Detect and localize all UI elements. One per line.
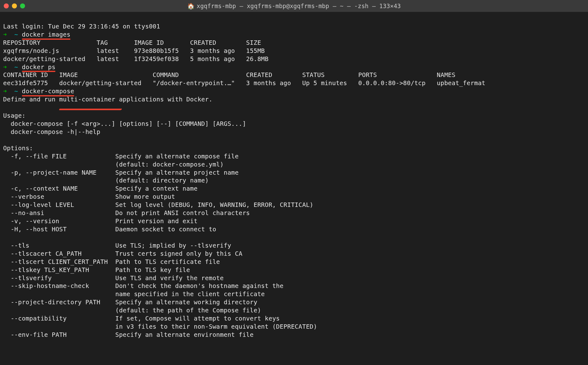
prompt-arrow: ➜ [3, 31, 7, 38]
option-line: --log-level LEVEL Set log level (DEBUG, … [3, 201, 313, 208]
option-line: -p, --project-name NAME Specify an alter… [3, 169, 239, 176]
window-controls [4, 3, 25, 8]
option-line: name specified in the client certificate [3, 290, 265, 298]
option-line: --tlscacert CA_PATH Trust certs signed o… [3, 250, 242, 257]
option-line: -f, --file FILE Specify an alternate com… [3, 153, 239, 160]
last-login-line: Last login: Tue Dec 29 23:16:45 on ttys0… [3, 23, 160, 30]
command-docker-images: docker images [22, 31, 70, 39]
usage-line: docker-compose -h|--help [3, 128, 100, 136]
compose-description: Define and run multi-container applicati… [3, 96, 213, 103]
option-line: --tls Use TLS; implied by --tlsverify [3, 242, 231, 249]
option-line: (default: docker-compose.yml) [3, 161, 224, 168]
option-line: --env-file PATH Specify an alternate env… [3, 331, 254, 338]
option-line: --tlskey TLS_KEY_PATH Path to TLS key fi… [3, 266, 190, 274]
command-docker-ps: docker ps [22, 63, 55, 71]
option-line: --compatibility If set, Compose will att… [3, 315, 280, 322]
prompt-arrow: ➜ [3, 64, 7, 71]
option-line: -H, --host HOST Daemon socket to connect… [3, 226, 216, 233]
option-line: (default: the path of the Compose file) [3, 307, 261, 314]
prompt-tilde: ~ [14, 64, 18, 71]
option-line: in v3 files to their non-Swarm equivalen… [3, 323, 317, 330]
images-row: xgqfrms/node.js latest 973e880b15f5 3 mo… [3, 47, 265, 54]
close-icon[interactable] [4, 3, 9, 8]
terminal-output[interactable]: Last login: Tue Dec 29 23:16:45 on ttys0… [0, 12, 588, 342]
usage-label: Usage: [3, 112, 26, 119]
home-icon: 🏠 [187, 3, 195, 10]
ps-row: eec31dfe5775 docker/getting-started "/do… [3, 80, 485, 87]
terminal-title-bar: 🏠 xgqfrms-mbp — xgqfrms-mbp@xgqfrms-mbp … [0, 0, 588, 12]
option-line: -v, --version Print version and exit [3, 218, 198, 225]
minimize-icon[interactable] [12, 3, 17, 8]
maximize-icon[interactable] [20, 3, 25, 8]
option-line: --verbose Show more output [3, 193, 175, 200]
ps-header: CONTAINER ID IMAGE COMMAND CREATED STATU… [3, 71, 456, 79]
option-line: (default: directory name) [3, 177, 209, 184]
prompt-tilde: ~ [14, 31, 18, 38]
option-line: --tlsverify Use TLS and verify the remot… [3, 275, 224, 282]
usage-line: docker-compose [-f <arg>...] [options] [… [3, 120, 246, 127]
images-row: docker/getting-started latest 1f32459ef0… [3, 55, 269, 63]
option-line: --no-ansi Do not print ANSI control char… [3, 209, 250, 217]
prompt-arrow: ➜ [3, 88, 7, 95]
options-label: Options: [3, 145, 33, 152]
prompt-tilde: ~ [14, 88, 18, 95]
images-header: REPOSITORY TAG IMAGE ID CREATED SIZE [3, 39, 261, 46]
command-docker-compose: docker-compose [22, 87, 74, 95]
window-title-text: xgqfrms-mbp — xgqfrms-mbp@xgqfrms-mbp — … [197, 3, 401, 9]
option-line: --project-directory PATH Specify an alte… [3, 299, 257, 306]
window-title: 🏠 xgqfrms-mbp — xgqfrms-mbp@xgqfrms-mbp … [187, 3, 401, 10]
option-line: -c, --context NAME Specify a context nam… [3, 185, 198, 192]
annotation-underline [59, 108, 122, 110]
option-line: --tlscert CLIENT_CERT_PATH Path to TLS c… [3, 258, 220, 265]
option-line: --skip-hostname-check Don't check the da… [3, 282, 284, 290]
